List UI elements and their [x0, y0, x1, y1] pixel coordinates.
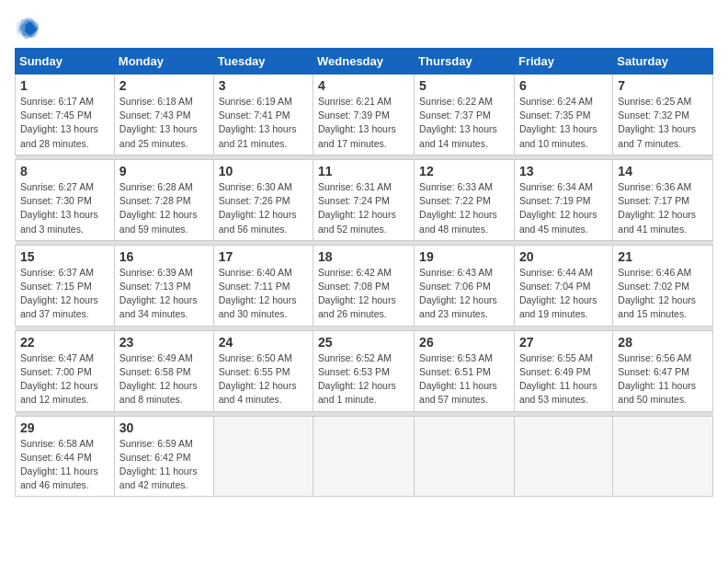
calendar-cell: [313, 416, 415, 497]
logo-icon: [15, 15, 40, 40]
calendar-cell: 9Sunrise: 6:28 AM Sunset: 7:28 PM Daylig…: [114, 159, 213, 240]
calendar-cell: 17Sunrise: 6:40 AM Sunset: 7:11 PM Dayli…: [213, 245, 313, 326]
day-info: Sunrise: 6:17 AM Sunset: 7:45 PM Dayligh…: [20, 95, 109, 151]
day-info: Sunrise: 6:24 AM Sunset: 7:35 PM Dayligh…: [519, 95, 608, 151]
day-header-monday: Monday: [114, 49, 213, 75]
day-info: Sunrise: 6:31 AM Sunset: 7:24 PM Dayligh…: [318, 180, 409, 236]
day-header-friday: Friday: [514, 49, 612, 75]
day-header-sunday: Sunday: [16, 49, 115, 75]
day-number: 18: [318, 249, 409, 264]
day-number: 1: [20, 78, 109, 93]
day-info: Sunrise: 6:19 AM Sunset: 7:41 PM Dayligh…: [219, 95, 308, 151]
calendar-cell: 22Sunrise: 6:47 AM Sunset: 7:00 PM Dayli…: [16, 330, 115, 411]
calendar-cell: [213, 416, 313, 497]
day-number: 15: [20, 249, 109, 264]
calendar-cell: 10Sunrise: 6:30 AM Sunset: 7:26 PM Dayli…: [213, 159, 313, 240]
calendar-cell: 15Sunrise: 6:37 AM Sunset: 7:15 PM Dayli…: [16, 245, 115, 326]
day-info: Sunrise: 6:18 AM Sunset: 7:43 PM Dayligh…: [119, 95, 209, 151]
day-number: 22: [20, 335, 109, 350]
day-number: 28: [618, 335, 708, 350]
calendar-week-5: 29Sunrise: 6:58 AM Sunset: 6:44 PM Dayli…: [16, 416, 713, 497]
calendar-week-4: 22Sunrise: 6:47 AM Sunset: 7:00 PM Dayli…: [16, 330, 713, 411]
calendar-header-row: SundayMondayTuesdayWednesdayThursdayFrid…: [16, 49, 713, 75]
calendar-cell: 18Sunrise: 6:42 AM Sunset: 7:08 PM Dayli…: [313, 245, 415, 326]
day-info: Sunrise: 6:52 AM Sunset: 6:53 PM Dayligh…: [318, 351, 409, 408]
calendar-week-3: 15Sunrise: 6:37 AM Sunset: 7:15 PM Dayli…: [16, 245, 713, 326]
day-number: 2: [119, 78, 209, 93]
day-info: Sunrise: 6:25 AM Sunset: 7:32 PM Dayligh…: [618, 95, 708, 151]
day-info: Sunrise: 6:37 AM Sunset: 7:15 PM Dayligh…: [20, 266, 109, 322]
calendar-cell: 24Sunrise: 6:50 AM Sunset: 6:55 PM Dayli…: [213, 330, 313, 411]
day-number: 3: [219, 78, 308, 93]
day-number: 17: [219, 249, 308, 264]
day-info: Sunrise: 6:42 AM Sunset: 7:08 PM Dayligh…: [318, 266, 409, 322]
day-number: 4: [318, 78, 409, 93]
calendar-week-1: 1Sunrise: 6:17 AM Sunset: 7:45 PM Daylig…: [16, 75, 713, 155]
day-info: Sunrise: 6:36 AM Sunset: 7:17 PM Dayligh…: [618, 180, 708, 236]
day-info: Sunrise: 6:49 AM Sunset: 6:58 PM Dayligh…: [119, 351, 209, 408]
calendar-cell: 11Sunrise: 6:31 AM Sunset: 7:24 PM Dayli…: [313, 159, 415, 240]
day-number: 19: [419, 249, 509, 264]
day-number: 11: [318, 164, 409, 178]
calendar-cell: 25Sunrise: 6:52 AM Sunset: 6:53 PM Dayli…: [313, 330, 415, 411]
calendar-cell: 14Sunrise: 6:36 AM Sunset: 7:17 PM Dayli…: [613, 159, 713, 240]
calendar-cell: 8Sunrise: 6:27 AM Sunset: 7:30 PM Daylig…: [16, 159, 115, 240]
day-number: 20: [519, 249, 608, 264]
calendar-cell: 26Sunrise: 6:53 AM Sunset: 6:51 PM Dayli…: [415, 330, 515, 411]
day-info: Sunrise: 6:58 AM Sunset: 6:44 PM Dayligh…: [20, 437, 109, 493]
day-info: Sunrise: 6:47 AM Sunset: 7:00 PM Dayligh…: [20, 351, 109, 408]
calendar: SundayMondayTuesdayWednesdayThursdayFrid…: [15, 48, 713, 497]
calendar-cell: 30Sunrise: 6:59 AM Sunset: 6:42 PM Dayli…: [114, 416, 213, 497]
day-number: 10: [219, 164, 308, 178]
day-number: 6: [519, 78, 608, 93]
day-info: Sunrise: 6:43 AM Sunset: 7:06 PM Dayligh…: [419, 266, 509, 322]
day-info: Sunrise: 6:21 AM Sunset: 7:39 PM Dayligh…: [318, 95, 409, 151]
day-number: 7: [618, 78, 708, 93]
calendar-cell: 29Sunrise: 6:58 AM Sunset: 6:44 PM Dayli…: [16, 416, 115, 497]
calendar-cell: 12Sunrise: 6:33 AM Sunset: 7:22 PM Dayli…: [415, 159, 515, 240]
day-number: 16: [119, 249, 209, 264]
day-header-wednesday: Wednesday: [313, 49, 415, 75]
calendar-cell: 19Sunrise: 6:43 AM Sunset: 7:06 PM Dayli…: [415, 245, 515, 326]
calendar-week-2: 8Sunrise: 6:27 AM Sunset: 7:30 PM Daylig…: [16, 159, 713, 240]
day-info: Sunrise: 6:53 AM Sunset: 6:51 PM Dayligh…: [419, 351, 509, 408]
calendar-cell: 6Sunrise: 6:24 AM Sunset: 7:35 PM Daylig…: [514, 75, 612, 155]
day-info: Sunrise: 6:55 AM Sunset: 6:49 PM Dayligh…: [519, 351, 608, 408]
calendar-cell: [613, 416, 713, 497]
calendar-cell: 7Sunrise: 6:25 AM Sunset: 7:32 PM Daylig…: [613, 75, 713, 155]
calendar-cell: 1Sunrise: 6:17 AM Sunset: 7:45 PM Daylig…: [16, 75, 115, 155]
calendar-cell: 20Sunrise: 6:44 AM Sunset: 7:04 PM Dayli…: [514, 245, 612, 326]
calendar-cell: 23Sunrise: 6:49 AM Sunset: 6:58 PM Dayli…: [114, 330, 213, 411]
day-info: Sunrise: 6:46 AM Sunset: 7:02 PM Dayligh…: [618, 266, 708, 322]
day-info: Sunrise: 6:50 AM Sunset: 6:55 PM Dayligh…: [219, 351, 308, 408]
day-number: 21: [618, 249, 708, 264]
day-number: 13: [519, 164, 608, 178]
calendar-cell: 16Sunrise: 6:39 AM Sunset: 7:13 PM Dayli…: [114, 245, 213, 326]
day-number: 25: [318, 335, 409, 350]
calendar-cell: 13Sunrise: 6:34 AM Sunset: 7:19 PM Dayli…: [514, 159, 612, 240]
day-number: 23: [119, 335, 209, 350]
day-info: Sunrise: 6:44 AM Sunset: 7:04 PM Dayligh…: [519, 266, 608, 322]
calendar-cell: 21Sunrise: 6:46 AM Sunset: 7:02 PM Dayli…: [613, 245, 713, 326]
calendar-cell: [415, 416, 515, 497]
day-info: Sunrise: 6:40 AM Sunset: 7:11 PM Dayligh…: [219, 266, 308, 322]
calendar-cell: 27Sunrise: 6:55 AM Sunset: 6:49 PM Dayli…: [514, 330, 612, 411]
calendar-cell: 4Sunrise: 6:21 AM Sunset: 7:39 PM Daylig…: [313, 75, 415, 155]
day-number: 26: [419, 335, 509, 350]
day-info: Sunrise: 6:27 AM Sunset: 7:30 PM Dayligh…: [20, 180, 109, 236]
day-info: Sunrise: 6:39 AM Sunset: 7:13 PM Dayligh…: [119, 266, 209, 322]
calendar-cell: 3Sunrise: 6:19 AM Sunset: 7:41 PM Daylig…: [213, 75, 313, 155]
day-info: Sunrise: 6:28 AM Sunset: 7:28 PM Dayligh…: [119, 180, 209, 236]
day-info: Sunrise: 6:33 AM Sunset: 7:22 PM Dayligh…: [419, 180, 509, 236]
day-number: 14: [618, 164, 708, 178]
day-header-tuesday: Tuesday: [213, 49, 313, 75]
day-number: 27: [519, 335, 608, 350]
header: [15, 15, 713, 40]
day-number: 29: [20, 420, 109, 435]
day-info: Sunrise: 6:34 AM Sunset: 7:19 PM Dayligh…: [519, 180, 608, 236]
day-info: Sunrise: 6:30 AM Sunset: 7:26 PM Dayligh…: [219, 180, 308, 236]
day-info: Sunrise: 6:22 AM Sunset: 7:37 PM Dayligh…: [419, 95, 509, 151]
calendar-cell: 5Sunrise: 6:22 AM Sunset: 7:37 PM Daylig…: [415, 75, 515, 155]
calendar-cell: 2Sunrise: 6:18 AM Sunset: 7:43 PM Daylig…: [114, 75, 213, 155]
day-number: 24: [219, 335, 308, 350]
